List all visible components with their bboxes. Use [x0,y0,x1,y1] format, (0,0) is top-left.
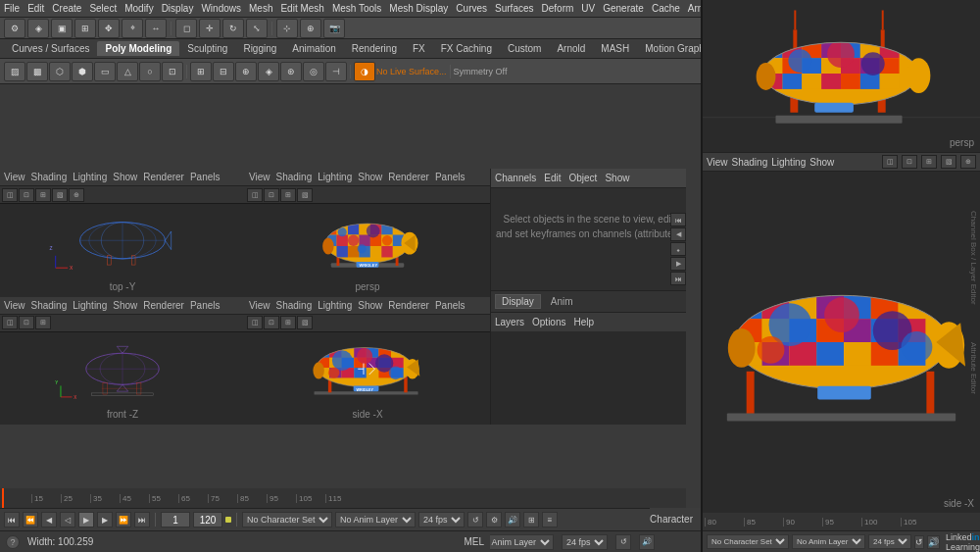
tab-fx-caching[interactable]: FX Caching [433,41,500,56]
question-icon[interactable]: ? [6,535,20,549]
vp-tl-show[interactable]: Show [113,172,137,182]
vp-br-btn3[interactable]: ⊞ [280,316,296,329]
vp-br-btn4[interactable]: ▧ [297,316,313,329]
toolbar-rotate[interactable]: ↻ [222,19,244,38]
fps-bottom[interactable]: 24 fps [562,534,608,550]
menu-mesh-display[interactable]: Mesh Display [389,3,448,14]
key-indicator[interactable] [225,517,231,523]
vp-bl-lighting[interactable]: Lighting [73,300,107,311]
symmetry-btn[interactable]: ◑ [354,62,375,81]
fr-tb-lighting[interactable]: Lighting [771,157,806,168]
end-frame-input[interactable] [193,512,222,527]
toolbar-btn-5[interactable]: ✥ [98,19,120,38]
vp-bl-btn1[interactable]: ◫ [2,316,18,329]
split-btn[interactable]: ⊕ [235,62,257,81]
vp-tr-btn3[interactable]: ⊞ [280,188,296,202]
sound-btn2[interactable]: 🔊 [639,534,655,550]
poly-btn-5[interactable]: ▭ [94,62,116,81]
vp-tl-btn3[interactable]: ⊞ [35,188,51,202]
character-set-select[interactable]: No Character Set [242,512,332,527]
toolbar-snap[interactable]: ⊹ [276,19,298,38]
vp-tr-show[interactable]: Show [358,172,382,182]
vp-bl-btn2[interactable]: ⊡ [19,316,34,329]
menu-deform[interactable]: Deform [542,3,574,14]
cache-btn[interactable]: ⊞ [523,512,539,527]
vp-br-panels[interactable]: Panels [435,300,466,311]
poly-btn-6[interactable]: △ [117,62,138,81]
btn-prev-frame[interactable]: ◀ [41,512,57,527]
vp-bl-btn3[interactable]: ⊞ [35,316,51,329]
tab-mash[interactable]: MASH [593,41,637,56]
layers-menu-options[interactable]: Options [532,317,565,327]
menu-curves[interactable]: Curves [456,3,487,14]
tab-arnold[interactable]: Arnold [549,41,593,56]
vp-tr-panels[interactable]: Panels [435,172,466,182]
vp-bl-renderer[interactable]: Renderer [143,300,184,311]
tab-rendering[interactable]: Rendering [344,41,405,56]
toolbar-scale[interactable]: ⤡ [246,19,268,38]
toolbar-btn-1[interactable]: ⚙ [4,19,25,38]
menu-windows[interactable]: Windows [201,3,241,14]
fr-tb-shading[interactable]: Shading [732,157,768,168]
menu-edit-mesh[interactable]: Edit Mesh [280,3,323,14]
tab-poly-modeling[interactable]: Poly Modeling [97,41,179,56]
fr-char-set[interactable]: No Character Set [707,534,789,549]
fr-loop[interactable]: ↺ [914,535,924,549]
ch-ctrl-3[interactable]: ⬥ [670,242,686,256]
fr-tb-show[interactable]: Show [809,157,834,168]
channels-menu-object[interactable]: Object [569,173,598,183]
toolbar-camera[interactable]: 📷 [323,19,345,38]
tab-curves-surfaces[interactable]: Curves / Surfaces [4,41,97,56]
channels-menu-channels[interactable]: Channels [495,173,536,183]
channels-tab-display[interactable]: Display [495,294,541,309]
toolbar-btn-2[interactable]: ◈ [27,19,49,38]
btn-go-start[interactable]: ⏮ [4,512,20,527]
vp-tl-view[interactable]: View [4,172,25,182]
vp-br-renderer[interactable]: Renderer [388,300,429,311]
loop-btn[interactable]: ↺ [467,512,483,527]
poly-btn-2[interactable]: ▩ [26,62,48,81]
smooth-btn[interactable]: ◎ [303,62,324,81]
btn-play-fwd[interactable]: ▶ [78,512,94,527]
channels-menu-show[interactable]: Show [605,173,629,183]
toolbar-move[interactable]: ✛ [199,19,220,38]
fr-tb-btn2[interactable]: ⊡ [902,155,917,169]
fr-viewport-bottom[interactable]: side -X Channel Box / Layer Editor Attri… [703,172,980,513]
btn-next-key[interactable]: ⏩ [116,512,131,527]
menu-modify[interactable]: Modify [124,3,153,14]
menu-edit[interactable]: Edit [27,3,44,14]
tab-sculpting[interactable]: Sculpting [179,41,235,56]
poly-btn-1[interactable]: ▨ [4,62,25,81]
fr-viewport-top[interactable]: persp [703,0,980,152]
vp-tr-renderer[interactable]: Renderer [388,172,429,182]
vp-tr-view[interactable]: View [249,172,270,182]
mirror-btn[interactable]: ⊣ [325,62,347,81]
vp-tl-shading[interactable]: Shading [31,172,68,182]
vp-tr-btn1[interactable]: ◫ [247,188,263,202]
toolbar-select[interactable]: ◻ [175,19,197,38]
vp-tr-btn2[interactable]: ⊡ [264,188,279,202]
menu-select[interactable]: Select [89,3,117,14]
channels-tab-anim[interactable]: Anim [545,295,579,308]
vp-br-btn1[interactable]: ◫ [247,316,263,329]
ch-ctrl-5[interactable]: ⏭ [670,272,686,285]
viewport-top-left[interactable]: View Shading Lighting Show Renderer Pane… [0,169,245,297]
vp-bl-view[interactable]: View [4,300,25,311]
menu-mesh-tools[interactable]: Mesh Tools [332,3,381,14]
fps-select[interactable]: 24 fps [418,512,465,527]
vp-bl-panels[interactable]: Panels [190,300,220,311]
vp-tl-btn4[interactable]: ▧ [52,188,68,202]
vp-tl-btn5[interactable]: ⊕ [69,188,84,202]
vp-tl-lighting[interactable]: Lighting [73,172,107,182]
sound-btn[interactable]: 🔊 [505,512,520,527]
menu-surfaces[interactable]: Surfaces [495,3,533,14]
channels-menu-edit[interactable]: Edit [544,173,561,183]
btn-next-frame[interactable]: ▶ [97,512,113,527]
vp-tl-panels[interactable]: Panels [190,172,220,182]
menu-uv[interactable]: UV [581,3,595,14]
fr-tb-btn4[interactable]: ▧ [941,155,956,169]
extra-btn[interactable]: ≡ [542,512,558,527]
toolbar-btn-6[interactable]: ⌖ [122,19,143,38]
bevel-btn[interactable]: ◈ [258,62,279,81]
menu-cache[interactable]: Cache [652,3,680,14]
